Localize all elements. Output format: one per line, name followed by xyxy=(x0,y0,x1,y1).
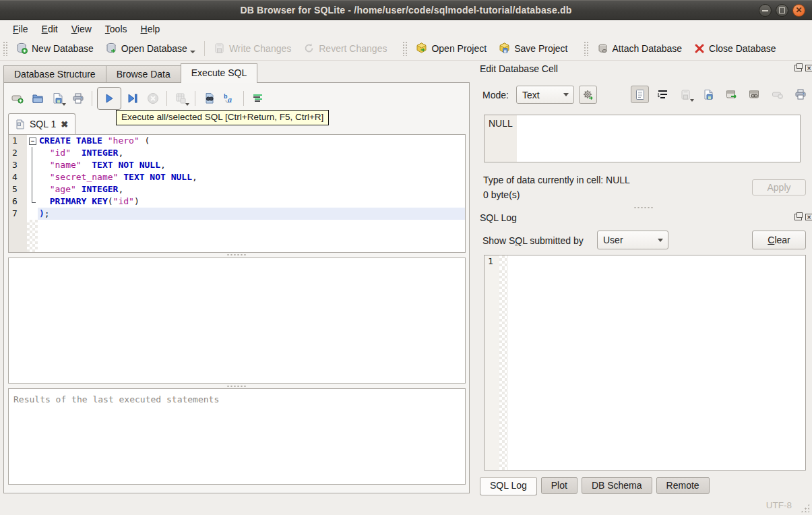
save-sql-dropdown-icon[interactable] xyxy=(62,103,66,106)
code-text: "secret_name" TEXT NOT NULL, xyxy=(38,171,465,183)
sql-toolbar-separator xyxy=(195,91,195,106)
open-database-dropdown-icon[interactable] xyxy=(190,51,195,53)
replace-button[interactable]: ba xyxy=(220,90,239,107)
editor-line[interactable]: 4 "secret_name" TEXT NOT NULL, xyxy=(9,171,465,183)
format-sql-button[interactable] xyxy=(249,90,267,107)
menu-help[interactable]: Help xyxy=(134,22,167,36)
close-panel-icon[interactable]: ✕ xyxy=(805,214,812,220)
open-database-button[interactable]: Open Database xyxy=(100,40,201,57)
dock-tab-db-schema[interactable]: DB Schema xyxy=(582,477,652,494)
open-project-label: Open Project xyxy=(431,43,487,54)
import-icon xyxy=(680,89,691,100)
results-placeholder: Results of the last executed statements xyxy=(13,394,219,404)
sql-log-area[interactable]: 1 xyxy=(484,255,806,471)
sql-toolbar: ba xyxy=(8,86,267,111)
line-number: 3 xyxy=(9,159,27,171)
dock-tab-remote[interactable]: Remote xyxy=(656,477,710,494)
cell-value: NULL xyxy=(489,118,513,129)
toolbar-grip[interactable] xyxy=(402,41,407,56)
tooltip: Execute all/selected SQL [Ctrl+Return, F… xyxy=(116,110,329,125)
tab-execute-sql[interactable]: Execute SQL xyxy=(181,63,258,83)
execute-line-icon xyxy=(127,93,138,104)
cell-editor[interactable]: NULL xyxy=(484,115,801,162)
auto-mode-button[interactable] xyxy=(579,86,597,104)
menu-file[interactable]: File xyxy=(6,22,35,36)
execute-all-button[interactable] xyxy=(97,87,121,110)
save-sql-file-button[interactable] xyxy=(49,90,67,107)
maximize-button[interactable] xyxy=(776,4,788,17)
float-panel-icon[interactable] xyxy=(794,214,802,220)
edit-cell-dock-buttons: ✕ xyxy=(794,65,812,71)
fold-marker-icon[interactable] xyxy=(27,135,38,147)
toolbar-grip[interactable] xyxy=(3,41,7,56)
tab-browse-data[interactable]: Browse Data xyxy=(106,65,181,83)
close-panel-icon[interactable]: ✕ xyxy=(805,65,812,71)
close-icon: ✕ xyxy=(793,5,805,15)
editor-results-splitter[interactable] xyxy=(226,253,247,256)
dock-tab-plot[interactable]: Plot xyxy=(541,477,577,494)
save-project-button[interactable]: Save Project xyxy=(493,40,573,57)
close-database-button[interactable]: Close Database xyxy=(688,40,782,57)
results-grid[interactable] xyxy=(8,258,466,384)
import-cell-button xyxy=(677,86,695,103)
write-changes-button: Write Changes xyxy=(208,40,297,57)
open-external-button[interactable] xyxy=(722,86,741,103)
copy-link-button[interactable] xyxy=(745,86,763,103)
sql-log-dock-buttons: ✕ xyxy=(794,214,812,220)
open-project-icon xyxy=(416,42,427,54)
dock-tab-sql-log[interactable]: SQL Log xyxy=(480,477,537,495)
new-database-button[interactable]: New Database xyxy=(10,40,100,57)
find-button[interactable] xyxy=(200,90,218,107)
word-wrap-icon xyxy=(657,89,668,100)
editor-line[interactable]: 3 "name" TEXT NOT NULL, xyxy=(9,159,465,171)
tab-database-structure[interactable]: Database Structure xyxy=(3,65,106,83)
sql-log-filter-select[interactable]: User xyxy=(597,231,668,249)
grid-message-splitter[interactable] xyxy=(226,385,247,388)
chevron-down-icon xyxy=(563,93,569,96)
code-text: "age" INTEGER, xyxy=(38,183,465,195)
sql-tab-close-icon[interactable]: ✖ xyxy=(61,119,68,129)
export-cell-button[interactable] xyxy=(699,86,718,103)
print-sql-button[interactable] xyxy=(69,90,87,107)
clear-log-button[interactable]: Clear xyxy=(752,231,806,249)
sql-tab-label: SQL 1 xyxy=(30,119,56,129)
menu-edit[interactable]: Edit xyxy=(35,22,65,36)
document-icon xyxy=(15,119,25,129)
open-project-button[interactable]: Open Project xyxy=(410,40,493,57)
save-project-label: Save Project xyxy=(514,43,567,54)
menu-tools[interactable]: Tools xyxy=(98,22,134,36)
word-wrap-button[interactable] xyxy=(654,86,672,103)
editor-line[interactable]: 6 PRIMARY KEY("id") xyxy=(9,195,465,208)
close-button[interactable]: ✕ xyxy=(792,4,805,17)
open-sql-file-button[interactable] xyxy=(28,90,46,107)
new-database-icon xyxy=(16,42,28,54)
sql-tab[interactable]: SQL 1 ✖ xyxy=(8,113,75,134)
resize-grip[interactable] xyxy=(801,504,809,512)
menu-view[interactable]: View xyxy=(65,22,98,36)
editor-line[interactable]: 7); xyxy=(9,208,465,220)
apply-button: Apply xyxy=(752,179,806,195)
float-panel-icon[interactable] xyxy=(794,65,802,71)
line-number: 4 xyxy=(9,171,27,183)
toolbar-grip[interactable] xyxy=(584,41,588,56)
dock-splitter[interactable] xyxy=(633,206,654,209)
minimize-button[interactable] xyxy=(759,4,772,17)
editor-line[interactable]: 5 "age" INTEGER, xyxy=(9,183,465,195)
text-mode-button[interactable] xyxy=(631,86,649,103)
editor-line[interactable]: 1CREATE TABLE "hero" ( xyxy=(9,135,465,147)
replace-icon: ba xyxy=(223,92,236,104)
mode-select[interactable]: Text xyxy=(516,86,574,104)
sql-toolbar-separator xyxy=(166,91,167,106)
sql-editor[interactable]: 1CREATE TABLE "hero" (2 "id" INTEGER,3 "… xyxy=(8,134,466,253)
print-cell-button[interactable] xyxy=(791,86,809,103)
new-tab-button[interactable] xyxy=(8,90,26,107)
attach-database-button[interactable]: Attach Database xyxy=(591,40,689,57)
open-database-icon xyxy=(106,42,117,54)
save-project-icon xyxy=(499,42,510,54)
results-message-area[interactable]: Results of the last executed statements xyxy=(8,388,466,485)
code-text: PRIMARY KEY("id") xyxy=(38,195,465,208)
editor-filler[interactable] xyxy=(9,220,465,252)
execute-line-button[interactable] xyxy=(123,90,142,107)
editor-line[interactable]: 2 "id" INTEGER, xyxy=(9,147,465,159)
print-cell-icon xyxy=(794,88,807,100)
